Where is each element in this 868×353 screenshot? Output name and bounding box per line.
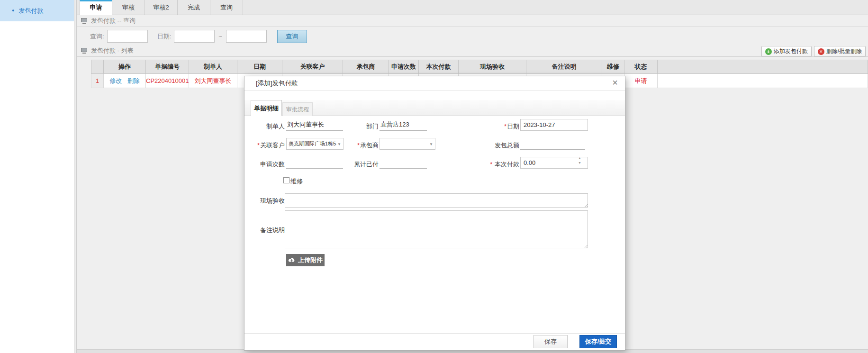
paid-total-label: 累计已付 — [339, 160, 379, 169]
monitor-icon — [81, 48, 88, 54]
customer-select-value: 奥克斯国际广场1栋5单 — [289, 140, 336, 147]
tab-complete[interactable]: 完成 — [178, 0, 210, 15]
delete-batch-label: 删除/批量删除 — [826, 47, 862, 55]
customer-label: *关联客户 — [244, 141, 285, 150]
upload-attachment-label: 上传附件 — [298, 256, 323, 264]
list-section-header: 发包付款 - 列表 — [77, 45, 868, 57]
remark-textarea[interactable] — [285, 210, 588, 248]
col-rownum — [91, 60, 104, 74]
delete-circle-icon: ✕ — [818, 48, 824, 55]
search-button[interactable]: 查询 — [277, 30, 307, 43]
cloud-upload-icon — [288, 257, 295, 263]
bullet-icon: ● — [12, 9, 14, 13]
chevron-down-icon: ▼ — [429, 142, 433, 146]
col-remark: 备注说明 — [526, 60, 602, 74]
add-payment-label: 添加发包付款 — [774, 47, 808, 55]
tab-review2[interactable]: 审核2 — [145, 0, 178, 15]
dialog-footer-divider — [244, 333, 625, 334]
total-amount-label: 发包总额 — [462, 141, 519, 150]
upload-attachment-button[interactable]: 上传附件 — [286, 254, 325, 266]
query-form: 查询: 日期: ~ 查询 — [77, 27, 868, 45]
date-to-input[interactable] — [226, 30, 267, 43]
apply-count-field[interactable] — [286, 157, 343, 169]
tab-apply[interactable]: 申请 — [80, 0, 112, 15]
range-separator: ~ — [218, 33, 222, 40]
add-payment-dialog: [添加]发包付款 × 单据明细 审批流程 制单人 部门 *日期 *关联客户 奥克… — [244, 76, 625, 351]
creator-label: 制单人 — [244, 122, 285, 131]
edit-link[interactable]: 修改 — [109, 77, 122, 84]
row-number: 1 — [91, 74, 104, 88]
col-doc-no: 单据编号 — [146, 60, 189, 74]
delete-batch-button[interactable]: ✕ 删除/批量删除 — [814, 46, 866, 57]
contractor-select[interactable]: ▼ — [380, 138, 435, 150]
row-doc-no: CP2204010001 — [146, 74, 189, 88]
col-creator: 制单人 — [189, 60, 237, 74]
sidebar-item-label: 发包付款 — [18, 7, 43, 15]
date-from-input[interactable] — [174, 30, 215, 43]
contractor-label: *承包商 — [339, 141, 379, 150]
payment-label: * 本次付款 — [462, 160, 519, 169]
col-status: 状态 — [624, 60, 658, 74]
row-filler — [658, 74, 868, 88]
date-field[interactable] — [520, 119, 588, 131]
col-customer: 关联客户 — [282, 60, 343, 74]
col-filler — [658, 60, 868, 74]
date-label: *日期 — [462, 122, 519, 131]
row-status: 申请 — [624, 74, 658, 88]
remark-label: 备注说明 — [244, 226, 285, 235]
apply-count-label: 申请次数 — [244, 160, 285, 169]
monitor-icon — [81, 18, 88, 24]
spinner-arrows[interactable]: ▲ ▼ — [578, 157, 581, 164]
save-button[interactable]: 保存 — [533, 335, 568, 348]
query-label: 查询: — [90, 32, 104, 41]
save-submit-button[interactable]: 保存/提交 — [579, 335, 617, 348]
customer-select[interactable]: 奥克斯国际广场1栋5单 ▼ — [286, 138, 344, 150]
sidebar: ● 发包付款 — [0, 0, 74, 353]
delete-link[interactable]: 删除 — [127, 77, 140, 84]
tab-review[interactable]: 审核 — [112, 0, 145, 15]
repair-label: 维修 — [290, 177, 303, 186]
col-date: 日期 — [237, 60, 282, 74]
list-toolbar: + 添加发包付款 ✕ 删除/批量删除 — [761, 46, 866, 57]
repair-checkbox[interactable] — [283, 177, 289, 183]
query-section-title: 发包付款 -- 查询 — [91, 17, 136, 25]
col-repair: 维修 — [602, 60, 624, 74]
spinner-up-icon[interactable]: ▲ — [578, 157, 581, 160]
dialog-tab-strip: 单据明细 审批流程 — [244, 100, 625, 116]
paid-total-field[interactable] — [380, 157, 427, 169]
col-acceptance: 现场验收 — [459, 60, 526, 74]
department-label: 部门 — [339, 122, 379, 131]
acceptance-label: 现场验收 — [244, 197, 285, 205]
add-payment-button[interactable]: + 添加发包付款 — [761, 46, 812, 57]
date-label: 日期: — [157, 32, 172, 41]
creator-field[interactable] — [286, 119, 343, 131]
add-circle-icon: + — [765, 48, 772, 55]
app-screen: ● 发包付款 申请 审核 审核2 完成 查询 发包付款 -- 查询 查询: 日期… — [0, 0, 868, 353]
tab-approval-flow[interactable]: 审批流程 — [282, 102, 313, 116]
total-amount-field[interactable] — [520, 138, 585, 150]
main-tab-bar: 申请 审核 审核2 完成 查询 — [77, 0, 868, 15]
sidebar-item-contract-payment[interactable]: ● 发包付款 — [0, 0, 74, 21]
col-actions: 操作 — [104, 60, 146, 74]
row-actions: 修改 删除 — [104, 74, 146, 88]
query-section-header: 发包付款 -- 查询 — [77, 15, 868, 27]
col-contractor: 承包商 — [343, 60, 389, 74]
query-keyword-input[interactable] — [107, 30, 148, 43]
row-creator: 刘大同董事长 — [189, 74, 237, 88]
dialog-title: [添加]发包付款 — [244, 76, 625, 91]
acceptance-textarea[interactable] — [285, 193, 588, 208]
tab-detail[interactable]: 单据明细 — [251, 100, 282, 116]
col-apply-count: 申请次数 — [389, 60, 419, 74]
department-field[interactable] — [380, 119, 427, 131]
tab-query[interactable]: 查询 — [210, 0, 243, 15]
spinner-down-icon[interactable]: ▼ — [578, 162, 581, 164]
table-header-row: 操作 单据编号 制单人 日期 关联客户 承包商 申请次数 本次付款 现场验收 备… — [91, 60, 868, 74]
close-icon[interactable]: × — [610, 77, 620, 88]
list-section-title: 发包付款 - 列表 — [91, 46, 134, 55]
col-payment: 本次付款 — [419, 60, 459, 74]
